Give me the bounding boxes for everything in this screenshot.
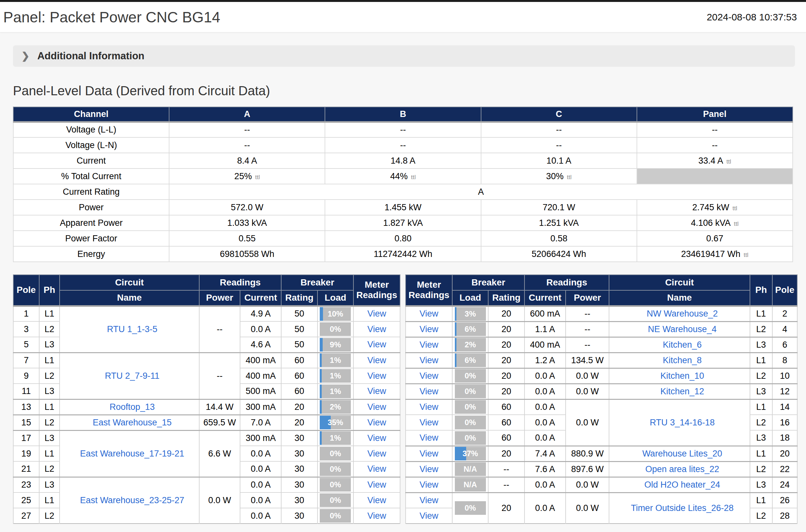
breaker-load-cell: 9% bbox=[318, 337, 353, 353]
panel-value-cell: 572.0 W bbox=[169, 200, 325, 215]
panel-row-label: Power bbox=[13, 200, 169, 215]
view-meter-readings-link[interactable]: View bbox=[420, 449, 438, 458]
load-percent-label: 0% bbox=[464, 387, 476, 396]
current-cell: 0.0 A bbox=[524, 399, 565, 415]
load-percent-label: 0% bbox=[330, 496, 341, 505]
view-meter-readings-link[interactable]: View bbox=[367, 402, 386, 412]
ph-cell: L2 bbox=[39, 461, 60, 477]
breaker-load-cell: 0% bbox=[318, 508, 353, 524]
circuit-name-link[interactable]: East Warehouse_17-19-21 bbox=[80, 449, 184, 458]
view-meter-readings-link[interactable]: View bbox=[420, 356, 438, 365]
circuit-name-link[interactable]: Rooftop_13 bbox=[110, 402, 155, 412]
ph-cell: L3 bbox=[39, 384, 60, 399]
circuit-name-link[interactable]: RTU 2_7-9-11 bbox=[105, 371, 160, 381]
circuit-row-pole-22: ViewN/A--7.6 A897.6 WOpen area lites_22L… bbox=[406, 461, 797, 477]
pole-cell: 23 bbox=[13, 477, 39, 492]
breaker-load-bar: 0% bbox=[320, 509, 351, 522]
view-meter-readings-link[interactable]: View bbox=[420, 340, 438, 349]
meter-readings-cell: View bbox=[353, 508, 400, 524]
panel-row-label: Voltage (L-N) bbox=[13, 137, 169, 153]
view-meter-readings-link[interactable]: View bbox=[367, 309, 386, 319]
panel-value-cell: 112742442 Wh bbox=[325, 246, 481, 262]
view-meter-readings-link[interactable]: View bbox=[420, 324, 438, 334]
view-meter-readings-link[interactable]: View bbox=[367, 418, 386, 428]
view-meter-readings-link[interactable]: View bbox=[367, 464, 386, 474]
circuit-name-link[interactable]: East Warehouse_23-25-27 bbox=[80, 495, 184, 505]
view-meter-readings-link[interactable]: View bbox=[367, 324, 386, 334]
circuit-name-cell: RTU 2_7-9-11 bbox=[60, 353, 199, 399]
ttl-suffix: ttl bbox=[726, 158, 731, 165]
view-meter-readings-link[interactable]: View bbox=[420, 480, 438, 490]
circuit-name-link[interactable]: East Warehouse_15 bbox=[93, 418, 172, 428]
circuit-name-cell: East Warehouse_23-25-27 bbox=[60, 477, 199, 524]
load-percent-label: 0% bbox=[464, 434, 476, 442]
circuit-name-link[interactable]: Old H2O heater_24 bbox=[644, 480, 720, 490]
view-meter-readings-link[interactable]: View bbox=[420, 386, 438, 396]
view-meter-readings-link[interactable]: View bbox=[420, 418, 438, 428]
load-bar-fill bbox=[320, 400, 322, 414]
circuit-name-link[interactable]: RTU 1_1-3-5 bbox=[107, 324, 157, 334]
pole-cell: 17 bbox=[13, 430, 39, 446]
load-percent-label: 10% bbox=[327, 309, 343, 319]
panel-value-cell: 0.67 bbox=[637, 231, 793, 246]
load-percent-label: 0% bbox=[464, 402, 476, 412]
ph-cell: L2 bbox=[39, 368, 60, 384]
col-header-breaker: Breaker bbox=[452, 275, 524, 290]
current-cell: 0.0 A bbox=[524, 430, 565, 446]
ph-cell: L2 bbox=[39, 508, 60, 524]
circuit-name-link[interactable]: Open area lites_22 bbox=[645, 464, 719, 474]
panel-value-cell: 0.80 bbox=[325, 231, 481, 246]
circuit-name-link[interactable]: RTU 3_14-16-18 bbox=[650, 418, 715, 428]
circuit-name-link[interactable]: NE Warehouse_4 bbox=[648, 324, 716, 334]
ph-cell: L1 bbox=[39, 306, 60, 321]
circuit-name-cell: Kitchen_6 bbox=[609, 337, 750, 353]
view-meter-readings-link[interactable]: View bbox=[420, 402, 438, 412]
view-meter-readings-link[interactable]: View bbox=[367, 371, 386, 381]
load-bar-fill bbox=[455, 338, 457, 352]
view-meter-readings-link[interactable]: View bbox=[367, 511, 386, 521]
breaker-load-cell: 3% bbox=[452, 306, 488, 321]
circuit-name-link[interactable]: Warehouse Lites_20 bbox=[642, 449, 723, 458]
circuit-name-cell: Old H2O heater_24 bbox=[609, 477, 750, 492]
load-percent-label: 35% bbox=[327, 418, 343, 427]
view-meter-readings-link[interactable]: View bbox=[367, 340, 386, 349]
circuit-name-link[interactable]: NW Warehouse_2 bbox=[647, 309, 718, 319]
circuit-name-cell: Timer Outside Lites_26-28 bbox=[609, 492, 750, 524]
view-meter-readings-link[interactable]: View bbox=[420, 433, 438, 442]
panel-row-label: Apparent Power bbox=[13, 215, 169, 231]
panel-value-cell: 0.58 bbox=[481, 231, 637, 246]
view-meter-readings-link[interactable]: View bbox=[367, 480, 386, 490]
view-meter-readings-link[interactable]: View bbox=[367, 356, 386, 365]
col-header-readings: Readings bbox=[524, 275, 609, 290]
breaker-load-cell: 10% bbox=[318, 306, 353, 321]
power-cell: 6.6 W bbox=[199, 430, 240, 477]
view-meter-readings-link[interactable]: View bbox=[420, 464, 438, 474]
view-meter-readings-link[interactable]: View bbox=[420, 309, 438, 319]
meter-readings-cell: View bbox=[353, 337, 400, 353]
breaker-load-bar: 3% bbox=[455, 307, 486, 321]
circuit-name-link[interactable]: Timer Outside Lites_26-28 bbox=[631, 503, 733, 513]
circuit-name-link[interactable]: Kitchen_8 bbox=[663, 356, 702, 365]
view-meter-readings-link[interactable]: View bbox=[367, 449, 386, 458]
circuit-name-link[interactable]: Kitchen_10 bbox=[660, 371, 704, 381]
load-percent-label: 0% bbox=[464, 418, 476, 427]
rating-cell: 20 bbox=[488, 368, 524, 384]
additional-information-toggle[interactable]: ❯ Additional Information bbox=[13, 45, 795, 67]
breaker-load-cell: 2% bbox=[318, 399, 353, 415]
meter-readings-cell: View bbox=[406, 353, 452, 368]
view-meter-readings-link[interactable]: View bbox=[420, 511, 438, 521]
view-meter-readings-link[interactable]: View bbox=[420, 495, 438, 505]
circuit-name-link[interactable]: Kitchen_12 bbox=[660, 386, 704, 396]
current-cell: 500 mA bbox=[240, 384, 281, 399]
view-meter-readings-link[interactable]: View bbox=[420, 371, 438, 381]
circuit-row-pole-26: View0%200.0 A0.0 WTimer Outside Lites_26… bbox=[406, 492, 797, 508]
current-cell: 0.0 A bbox=[524, 368, 565, 384]
meter-readings-cell: View bbox=[406, 492, 452, 508]
panel-table-row: Apparent Power1.033 kVA1.827 kVA1.251 kV… bbox=[13, 215, 793, 231]
view-meter-readings-link[interactable]: View bbox=[367, 495, 386, 505]
view-meter-readings-link[interactable]: View bbox=[367, 433, 386, 443]
view-meter-readings-link[interactable]: View bbox=[367, 386, 386, 396]
rating-cell: 30 bbox=[281, 461, 317, 477]
ph-cell: L1 bbox=[750, 353, 772, 368]
circuit-name-link[interactable]: Kitchen_6 bbox=[663, 340, 702, 349]
